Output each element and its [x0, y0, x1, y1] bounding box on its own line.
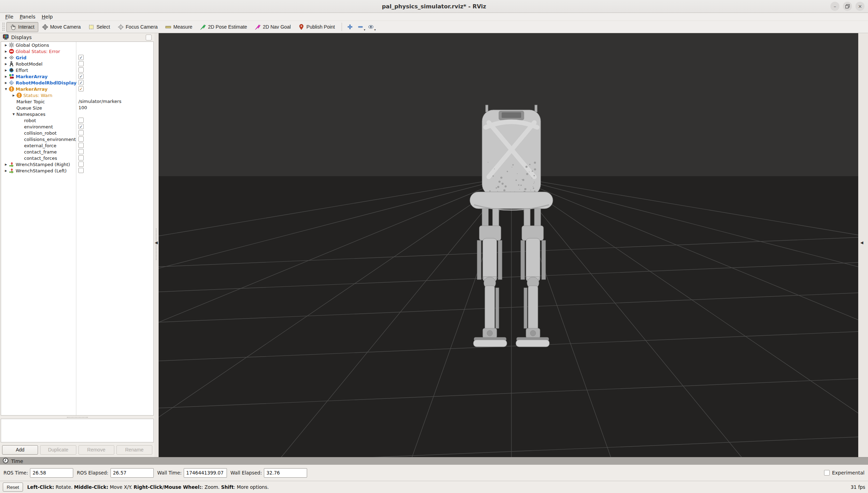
expander-collapsed-icon[interactable]: ▶ — [3, 50, 9, 53]
enabled-checkbox-unchecked[interactable] — [78, 67, 84, 73]
restore-icon[interactable] — [843, 2, 852, 11]
tree-row-collisions-environment[interactable]: collisions_environment — [1, 136, 153, 142]
tree-row-environment[interactable]: environment✓ — [1, 124, 153, 130]
interact-button[interactable]: Interact — [6, 22, 38, 32]
property-value[interactable]: 100 — [78, 105, 87, 110]
remove-button[interactable]: Remove — [78, 445, 114, 455]
tree-row-effort[interactable]: ▶Effort — [1, 67, 153, 73]
tree-row-marker-topic[interactable]: Marker Topic/simulator/markers — [1, 98, 153, 105]
tree-row-grid[interactable]: ▶Grid✓ — [1, 54, 153, 61]
menu-item-panels[interactable]: Panels — [16, 14, 38, 20]
select-button[interactable]: Select — [85, 22, 114, 32]
measure-button[interactable]: Measure — [161, 22, 196, 32]
tree-row-contact-frame[interactable]: contact_frame — [1, 149, 153, 155]
experimental-checkbox[interactable] — [824, 470, 830, 476]
enabled-checkbox-unchecked[interactable] — [78, 155, 84, 160]
enabled-checkbox-checked[interactable]: ✓ — [78, 80, 84, 85]
tree-row-robotmodelrbdldisplay[interactable]: ▶RobotModelRbdlDisplay✓ — [1, 80, 153, 86]
dropdown-caret-icon[interactable]: ▾ — [374, 28, 376, 31]
rename-button[interactable]: Rename — [116, 445, 152, 455]
displays-panel-header[interactable]: Displays — [0, 33, 154, 42]
focus-camera-button[interactable]: Focus Camera — [114, 22, 162, 32]
enabled-checkbox-unchecked[interactable] — [78, 61, 84, 66]
expander-collapsed-icon[interactable]: ▶ — [3, 69, 9, 72]
ros-time-input[interactable] — [30, 468, 73, 478]
property-help-pane — [1, 419, 154, 442]
tree-row-robotmodel[interactable]: ▶RobotModel — [1, 61, 153, 67]
tree-row-global-options[interactable]: ▶Global Options — [1, 42, 153, 48]
enabled-checkbox-checked[interactable]: ✓ — [78, 124, 84, 129]
add-tool-button[interactable] — [345, 22, 355, 32]
publish-point-button[interactable]: Publish Point — [295, 22, 339, 32]
expander-collapsed-icon[interactable]: ▶ — [3, 81, 9, 84]
remove-tool-button[interactable]: ▾ — [355, 22, 366, 32]
window-controls: – × — [830, 2, 865, 11]
enabled-checkbox-unchecked[interactable] — [78, 149, 84, 154]
ros-elapsed-input[interactable] — [111, 468, 154, 478]
wall-elapsed-input[interactable] — [264, 468, 307, 478]
tree-row-collision-robot[interactable]: collision_robot — [1, 130, 153, 136]
right-edge-strip[interactable]: ◀ — [858, 33, 868, 457]
panel-splitter-handle[interactable] — [0, 416, 154, 419]
tree-row-wrenchstamped-right[interactable]: ▶WrenchStamped (Right) — [1, 161, 153, 167]
render-viewport[interactable] — [159, 33, 858, 457]
enabled-checkbox-unchecked[interactable] — [78, 118, 84, 123]
close-icon[interactable]: × — [855, 2, 865, 11]
enabled-checkbox-unchecked[interactable] — [78, 136, 84, 142]
duplicate-button[interactable]: Duplicate — [40, 445, 76, 455]
focus-icon — [118, 24, 124, 30]
enabled-checkbox-checked[interactable]: ✓ — [78, 55, 84, 60]
expander-collapsed-icon[interactable]: ▶ — [3, 44, 9, 47]
tree-row-status-warn[interactable]: ▶Status: Warn — [1, 92, 153, 98]
collapse-left-icon[interactable]: ◀ — [155, 240, 158, 245]
title-bar: pal_physics_simulator.rviz* - RViz – × — [0, 0, 868, 13]
left-viewport-splitter[interactable]: ◀ — [154, 33, 159, 457]
enabled-checkbox-unchecked[interactable] — [78, 130, 84, 135]
enabled-checkbox-checked[interactable]: ✓ — [78, 86, 84, 91]
tree-row-markerarray[interactable]: ▼MarkerArray✓ — [1, 86, 153, 92]
tree-label: RobotModel — [16, 61, 43, 67]
tree-row-external-force[interactable]: external_force — [1, 142, 153, 149]
wall-time-input[interactable] — [184, 468, 227, 478]
move-camera-button[interactable]: Move Camera — [38, 22, 85, 32]
toolbar-drag-handle[interactable] — [2, 22, 5, 31]
enabled-checkbox-unchecked[interactable] — [78, 143, 84, 148]
view-tool-button[interactable]: ▾ — [366, 22, 376, 32]
tree-row-robot[interactable]: robot — [1, 117, 153, 124]
reset-button[interactable]: Reset — [3, 483, 23, 492]
enabled-checkbox-unchecked[interactable] — [78, 168, 84, 173]
tree-row-contact-forces[interactable]: contact_forces — [1, 155, 153, 161]
dropdown-caret-icon[interactable]: ▾ — [364, 28, 365, 31]
enabled-checkbox-checked[interactable]: ✓ — [78, 74, 84, 79]
help-segment: : Zoom. — [201, 484, 221, 490]
property-value[interactable]: /simulator/markers — [78, 99, 121, 104]
tree-row-markerarray[interactable]: ▶MarkerArray✓ — [1, 73, 153, 80]
menu-item-help[interactable]: Help — [39, 14, 56, 20]
tree-row-queue-size[interactable]: Queue Size100 — [1, 105, 153, 111]
expander-expanded-icon[interactable]: ▼ — [3, 88, 9, 91]
pin-icon — [298, 24, 304, 30]
expander-collapsed-icon[interactable]: ▶ — [3, 75, 9, 78]
expander-collapsed-icon[interactable]: ▶ — [11, 94, 16, 97]
tree-row-wrenchstamped-left[interactable]: ▶WrenchStamped (Left) — [1, 167, 153, 174]
select-icon — [89, 24, 94, 30]
time-panel-header[interactable]: Time — [0, 457, 868, 465]
tree-row-namespaces[interactable]: ▼Namespaces — [1, 111, 153, 117]
expander-collapsed-icon[interactable]: ▶ — [3, 169, 9, 172]
2d-nav-goal-button[interactable]: 2D Nav Goal — [251, 22, 295, 32]
expander-collapsed-icon[interactable]: ▶ — [3, 163, 9, 166]
enabled-checkbox-unchecked[interactable] — [78, 162, 84, 167]
expander-collapsed-icon[interactable]: ▶ — [3, 62, 9, 66]
menu-item-file[interactable]: File — [2, 14, 16, 20]
tree-label: environment — [24, 124, 53, 129]
panel-dock-button[interactable] — [146, 35, 152, 40]
2d-pose-estimate-button[interactable]: 2D Pose Estimate — [196, 22, 251, 32]
add-button[interactable]: Add — [2, 445, 38, 455]
expander-collapsed-icon[interactable]: ▶ — [3, 56, 9, 59]
2d-pose-estimate-label: 2D Pose Estimate — [208, 24, 247, 30]
status-bar: Reset Left-Click: Rotate. Middle-Click: … — [0, 481, 868, 493]
collapse-right-icon[interactable]: ◀ — [860, 240, 863, 245]
expander-expanded-icon[interactable]: ▼ — [11, 113, 16, 116]
tree-row-global-status-error[interactable]: ▶Global Status: Error — [1, 48, 153, 54]
minimize-icon[interactable]: – — [830, 2, 839, 11]
